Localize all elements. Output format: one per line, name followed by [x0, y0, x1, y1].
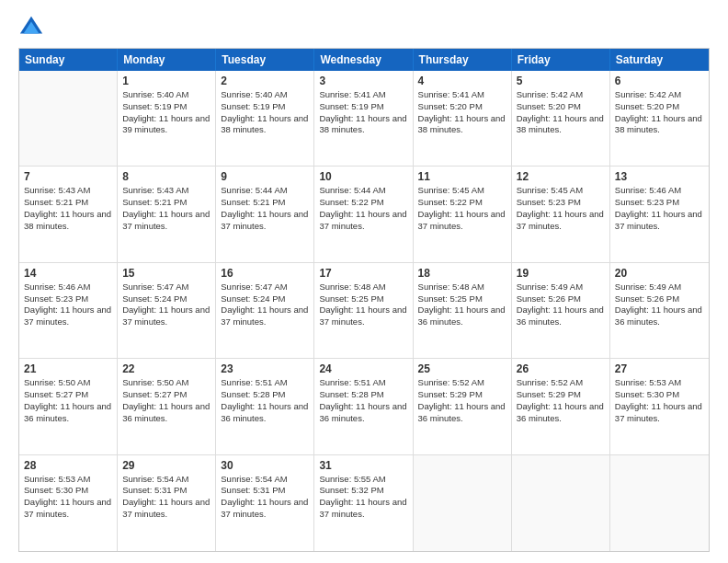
sunrise-text: Sunrise: 5:49 AM — [615, 282, 704, 293]
day-number: 18 — [418, 267, 506, 280]
week-row-3: 14Sunrise: 5:46 AMSunset: 5:23 PMDayligh… — [19, 263, 709, 359]
sunrise-text: Sunrise: 5:52 AM — [418, 377, 506, 389]
sunset-text: Sunset: 5:22 PM — [319, 197, 407, 209]
cal-cell-2-3: 9Sunrise: 5:44 AMSunset: 5:21 PMDaylight… — [216, 167, 314, 261]
day-number: 11 — [418, 170, 506, 183]
day-number: 1 — [122, 75, 210, 87]
sunrise-text: Sunrise: 5:54 AM — [221, 474, 309, 486]
header — [18, 15, 710, 40]
sunset-text: Sunset: 5:29 PM — [517, 389, 605, 401]
sunrise-text: Sunrise: 5:48 AM — [319, 282, 407, 293]
day-number: 9 — [221, 170, 309, 183]
cal-cell-1-7: 6Sunrise: 5:42 AMSunset: 5:20 PMDaylight… — [610, 71, 709, 166]
cal-cell-2-1: 7Sunrise: 5:43 AMSunset: 5:21 PMDaylight… — [19, 167, 118, 261]
cal-cell-3-3: 16Sunrise: 5:47 AMSunset: 5:24 PMDayligh… — [216, 263, 314, 358]
page: SundayMondayTuesdayWednesdayThursdayFrid… — [0, 0, 728, 563]
day-number: 2 — [221, 75, 309, 87]
daylight-text: Daylight: 11 hours and 37 minutes. — [615, 401, 704, 425]
sunrise-text: Sunrise: 5:49 AM — [517, 282, 605, 293]
day-number: 28 — [24, 459, 112, 472]
sunrise-text: Sunrise: 5:55 AM — [319, 474, 407, 486]
sunrise-text: Sunrise: 5:41 AM — [319, 89, 407, 101]
cal-cell-2-6: 12Sunrise: 5:45 AMSunset: 5:23 PMDayligh… — [512, 167, 610, 261]
logo — [18, 15, 48, 40]
daylight-text: Daylight: 11 hours and 37 minutes. — [221, 209, 309, 233]
day-number: 27 — [615, 362, 704, 375]
header-cell-saturday: Saturday — [610, 49, 709, 71]
cal-cell-5-5 — [414, 455, 512, 551]
cal-cell-4-5: 25Sunrise: 5:52 AMSunset: 5:29 PMDayligh… — [414, 359, 512, 454]
sunset-text: Sunset: 5:26 PM — [517, 293, 605, 305]
sunrise-text: Sunrise: 5:47 AM — [122, 282, 210, 293]
cal-cell-3-2: 15Sunrise: 5:47 AMSunset: 5:24 PMDayligh… — [118, 263, 216, 358]
sunset-text: Sunset: 5:23 PM — [615, 197, 704, 209]
logo-icon — [18, 15, 44, 40]
day-number: 29 — [122, 459, 210, 472]
calendar: SundayMondayTuesdayWednesdayThursdayFrid… — [18, 48, 710, 552]
sunset-text: Sunset: 5:20 PM — [418, 101, 506, 113]
daylight-text: Daylight: 11 hours and 37 minutes. — [122, 497, 210, 521]
sunset-text: Sunset: 5:19 PM — [319, 101, 407, 113]
day-number: 10 — [319, 170, 407, 183]
cal-cell-1-4: 3Sunrise: 5:41 AMSunset: 5:19 PMDaylight… — [314, 71, 413, 166]
daylight-text: Daylight: 11 hours and 36 minutes. — [319, 401, 407, 425]
sunrise-text: Sunrise: 5:43 AM — [24, 185, 112, 197]
cal-cell-5-3: 30Sunrise: 5:54 AMSunset: 5:31 PMDayligh… — [216, 455, 314, 551]
sunrise-text: Sunrise: 5:41 AM — [418, 89, 506, 101]
day-number: 8 — [122, 170, 210, 183]
header-cell-friday: Friday — [512, 49, 610, 71]
day-number: 31 — [319, 459, 407, 472]
cal-cell-1-2: 1Sunrise: 5:40 AMSunset: 5:19 PMDaylight… — [118, 71, 216, 166]
day-number: 16 — [221, 267, 309, 280]
sunrise-text: Sunrise: 5:44 AM — [319, 185, 407, 197]
sunrise-text: Sunrise: 5:42 AM — [517, 89, 605, 101]
sunrise-text: Sunrise: 5:42 AM — [615, 89, 704, 101]
daylight-text: Daylight: 11 hours and 36 minutes. — [24, 401, 112, 425]
sunset-text: Sunset: 5:27 PM — [24, 389, 112, 401]
day-number: 12 — [517, 170, 605, 183]
day-number: 25 — [418, 362, 506, 375]
sunrise-text: Sunrise: 5:40 AM — [122, 89, 210, 101]
sunset-text: Sunset: 5:23 PM — [24, 293, 112, 305]
daylight-text: Daylight: 11 hours and 37 minutes. — [418, 209, 506, 233]
day-number: 4 — [418, 75, 506, 87]
week-row-4: 21Sunrise: 5:50 AMSunset: 5:27 PMDayligh… — [19, 359, 709, 454]
sunset-text: Sunset: 5:20 PM — [615, 101, 704, 113]
sunset-text: Sunset: 5:24 PM — [221, 293, 309, 305]
day-number: 13 — [615, 170, 704, 183]
cal-cell-4-2: 22Sunrise: 5:50 AMSunset: 5:27 PMDayligh… — [118, 359, 216, 454]
cal-cell-4-3: 23Sunrise: 5:51 AMSunset: 5:28 PMDayligh… — [216, 359, 314, 454]
daylight-text: Daylight: 11 hours and 36 minutes. — [418, 401, 506, 425]
sunset-text: Sunset: 5:26 PM — [615, 293, 704, 305]
day-number: 3 — [319, 75, 407, 87]
sunrise-text: Sunrise: 5:45 AM — [418, 185, 506, 197]
cal-cell-5-7 — [610, 455, 709, 551]
cal-cell-4-1: 21Sunrise: 5:50 AMSunset: 5:27 PMDayligh… — [19, 359, 118, 454]
cal-cell-1-5: 4Sunrise: 5:41 AMSunset: 5:20 PMDaylight… — [414, 71, 512, 166]
sunrise-text: Sunrise: 5:45 AM — [517, 185, 605, 197]
header-cell-monday: Monday — [118, 49, 216, 71]
daylight-text: Daylight: 11 hours and 36 minutes. — [418, 304, 506, 328]
sunrise-text: Sunrise: 5:46 AM — [24, 282, 112, 293]
sunset-text: Sunset: 5:27 PM — [122, 389, 210, 401]
cal-cell-4-7: 27Sunrise: 5:53 AMSunset: 5:30 PMDayligh… — [610, 359, 709, 454]
daylight-text: Daylight: 11 hours and 37 minutes. — [122, 304, 210, 328]
calendar-body: 1Sunrise: 5:40 AMSunset: 5:19 PMDaylight… — [19, 71, 709, 551]
daylight-text: Daylight: 11 hours and 37 minutes. — [24, 304, 112, 328]
daylight-text: Daylight: 11 hours and 37 minutes. — [221, 304, 309, 328]
sunrise-text: Sunrise: 5:46 AM — [615, 185, 704, 197]
cal-cell-2-5: 11Sunrise: 5:45 AMSunset: 5:22 PMDayligh… — [414, 167, 512, 261]
sunrise-text: Sunrise: 5:47 AM — [221, 282, 309, 293]
sunset-text: Sunset: 5:25 PM — [319, 293, 407, 305]
cal-cell-1-6: 5Sunrise: 5:42 AMSunset: 5:20 PMDaylight… — [512, 71, 610, 166]
sunset-text: Sunset: 5:31 PM — [122, 485, 210, 497]
cal-cell-5-6 — [512, 455, 610, 551]
daylight-text: Daylight: 11 hours and 36 minutes. — [615, 304, 704, 328]
sunset-text: Sunset: 5:28 PM — [319, 389, 407, 401]
day-number: 30 — [221, 459, 309, 472]
sunrise-text: Sunrise: 5:53 AM — [24, 474, 112, 486]
daylight-text: Daylight: 11 hours and 38 minutes. — [24, 209, 112, 233]
cal-cell-2-4: 10Sunrise: 5:44 AMSunset: 5:22 PMDayligh… — [314, 167, 413, 261]
sunrise-text: Sunrise: 5:50 AM — [122, 377, 210, 389]
sunset-text: Sunset: 5:21 PM — [122, 197, 210, 209]
